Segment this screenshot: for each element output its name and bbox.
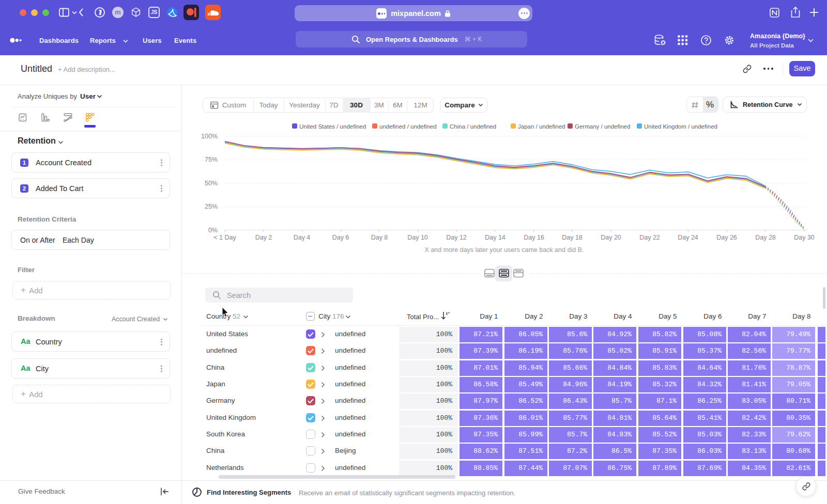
svg-text:75%: 75% — [205, 156, 218, 163]
svg-text:100%: 100% — [201, 133, 218, 140]
svg-text:25%: 25% — [205, 203, 218, 210]
svg-text:0%: 0% — [208, 227, 218, 234]
svg-text:50%: 50% — [205, 180, 218, 187]
